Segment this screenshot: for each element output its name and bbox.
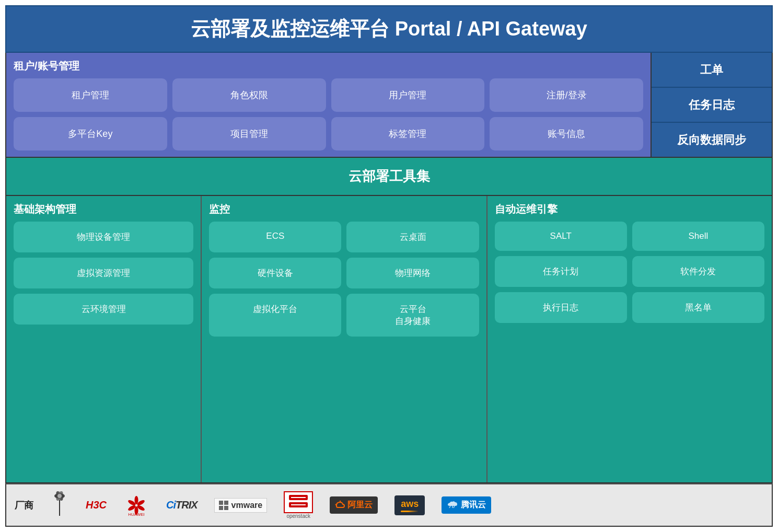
- monitor-section: 监控 ECS 云桌面 硬件设备 物理网络 虚拟化平台 云平台 自身健康: [202, 196, 487, 482]
- vendor-bar: 厂商 H3C: [5, 483, 773, 527]
- infra-cards: 物理设备管理 虚拟资源管理 云环境管理: [14, 222, 193, 325]
- vendor-citrix: CiTRIX: [162, 497, 202, 513]
- tenant-card-1[interactable]: 租户管理: [14, 78, 167, 112]
- infra-card-physical[interactable]: 物理设备管理: [14, 222, 193, 252]
- vendor-vmware: vmware: [210, 496, 272, 515]
- aliyun-text: 阿里云: [347, 500, 373, 511]
- openstack-icon: [288, 494, 309, 508]
- vendor-plant: [46, 489, 73, 522]
- monitor-card-physnet[interactable]: 物理网络: [346, 258, 479, 288]
- monitor-card-ecs[interactable]: ECS: [209, 222, 341, 252]
- top-section: 租户/账号管理 租户管理 角色权限 用户管理 注册/登录 多平台Key 项目管理…: [5, 53, 773, 158]
- tenant-card-8[interactable]: 账号信息: [490, 117, 643, 151]
- tenant-card-2[interactable]: 角色权限: [172, 78, 326, 112]
- huawei-logo-icon: HUAWEI: [123, 494, 149, 517]
- infra-section: 基础架构管理 物理设备管理 虚拟资源管理 云环境管理: [6, 196, 202, 482]
- openstack-logo: openstack: [284, 491, 313, 519]
- tenant-card-6[interactable]: 项目管理: [172, 117, 326, 151]
- aliyun-logo: 阿里云: [330, 496, 378, 514]
- svg-rect-19: [291, 504, 306, 505]
- svg-rect-15: [224, 506, 228, 510]
- header-title-text: 云部署及监控运维平台 Portal / API Gateway: [191, 18, 587, 40]
- header-title: 云部署及监控运维平台 Portal / API Gateway: [5, 5, 773, 53]
- tenant-card-7[interactable]: 标签管理: [331, 117, 485, 151]
- monitor-grid: ECS 云桌面 硬件设备 物理网络 虚拟化平台 云平台 自身健康: [209, 222, 479, 337]
- tenant-section-title: 租户/账号管理: [14, 59, 643, 73]
- monitor-card-desktop[interactable]: 云桌面: [346, 222, 479, 252]
- vendor-label: 厂商: [15, 499, 33, 512]
- tenant-card-3[interactable]: 用户管理: [331, 78, 485, 112]
- automation-grid: SALT Shell 任务计划 软件分发 执行日志 黑名单: [495, 222, 764, 323]
- right-panel-tasklog[interactable]: 任务日志: [652, 88, 772, 123]
- vendor-huawei: HUAWEI: [119, 492, 154, 519]
- openstack-text: openstack: [286, 513, 310, 519]
- tencent-text: 腾讯云: [461, 500, 486, 511]
- monitor-title: 监控: [209, 202, 479, 216]
- automation-title: 自动运维引擎: [495, 202, 764, 216]
- h3c-logo: H3C: [86, 499, 107, 511]
- right-panel-ticket[interactable]: 工单: [652, 53, 772, 88]
- vendor-aliyun: 阿里云: [326, 494, 382, 516]
- aliyun-icon: [335, 500, 345, 511]
- svg-point-5: [135, 496, 138, 504]
- infra-card-virtual[interactable]: 虚拟资源管理: [14, 258, 193, 288]
- svg-rect-13: [224, 501, 228, 505]
- tenant-grid: 租户管理 角色权限 用户管理 注册/登录 多平台Key 项目管理 标签管理 账号…: [14, 78, 643, 151]
- vendor-tencent: 腾讯云: [437, 494, 495, 516]
- svg-text:HUAWEI: HUAWEI: [128, 512, 145, 517]
- svg-rect-18: [291, 497, 306, 498]
- plant-icon: [50, 491, 69, 519]
- right-panel-datasync[interactable]: 反向数据同步: [652, 123, 772, 157]
- automation-card-execlog[interactable]: 执行日志: [495, 292, 627, 323]
- vendor-aws: aws: [390, 493, 429, 517]
- svg-rect-12: [219, 501, 223, 505]
- aws-text: aws: [401, 499, 419, 509]
- tenant-section: 租户/账号管理 租户管理 角色权限 用户管理 注册/登录 多平台Key 项目管理…: [6, 53, 652, 157]
- svg-rect-14: [219, 506, 223, 510]
- main-container: 云部署及监控运维平台 Portal / API Gateway 租户/账号管理 …: [0, 0, 778, 532]
- vendor-h3c: H3C: [82, 497, 111, 513]
- svg-point-4: [57, 494, 62, 498]
- vmware-text: vmware: [231, 501, 263, 510]
- automation-card-software[interactable]: 软件分发: [632, 256, 764, 287]
- automation-card-blacklist[interactable]: 黑名单: [632, 292, 764, 323]
- right-panels: 工单 任务日志 反向数据同步: [652, 53, 772, 157]
- infra-title: 基础架构管理: [14, 202, 193, 216]
- monitor-card-virt[interactable]: 虚拟化平台: [209, 294, 341, 337]
- deploy-tools-header: 云部署工具集: [5, 158, 773, 196]
- monitor-card-cloudhealth[interactable]: 云平台 自身健康: [346, 294, 479, 337]
- deploy-tools-title: 云部署工具集: [349, 168, 430, 184]
- infra-card-cloud[interactable]: 云环境管理: [14, 294, 193, 325]
- tenant-card-5[interactable]: 多平台Key: [14, 117, 167, 151]
- automation-card-schedule[interactable]: 任务计划: [495, 256, 627, 287]
- tencent-cloud-icon: [447, 501, 458, 510]
- vmware-logo: vmware: [214, 498, 268, 513]
- citrix-logo: CiTRIX: [166, 499, 198, 511]
- vmware-grid-icon: [219, 501, 229, 510]
- automation-card-salt[interactable]: SALT: [495, 222, 627, 251]
- aws-logo: aws: [394, 495, 425, 515]
- automation-section: 自动运维引擎 SALT Shell 任务计划 软件分发 执行日志 黑名单: [487, 196, 772, 482]
- automation-card-shell[interactable]: Shell: [632, 222, 764, 251]
- monitor-card-hardware[interactable]: 硬件设备: [209, 258, 341, 288]
- vendor-openstack: openstack: [280, 489, 317, 521]
- tenant-card-4[interactable]: 注册/登录: [490, 78, 643, 112]
- tencent-logo: 腾讯云: [442, 496, 491, 514]
- svg-line-21: [335, 504, 336, 505]
- bottom-sections: 基础架构管理 物理设备管理 虚拟资源管理 云环境管理 监控 ECS 云桌面 硬件…: [5, 196, 773, 483]
